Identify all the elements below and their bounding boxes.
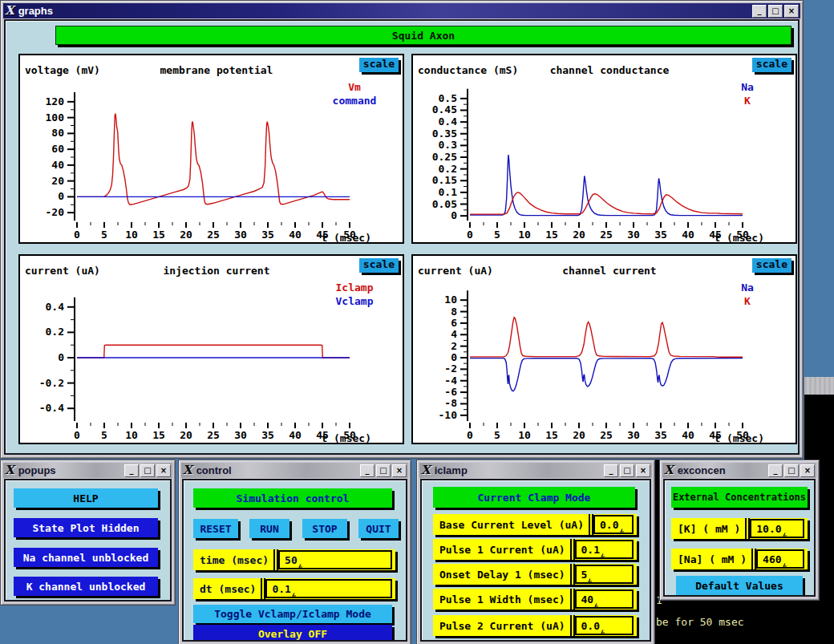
toggle-clamp-mode-button[interactable]: Toggle Vclamp/Iclamp Mode — [193, 605, 392, 623]
base-current-field[interactable]: 0.0 — [593, 515, 634, 534]
close-button[interactable]: × — [636, 464, 650, 477]
y-axis-unit-label: voltage (mV) — [25, 64, 100, 76]
svg-text:30: 30 — [234, 229, 247, 241]
svg-text:0.4: 0.4 — [46, 301, 65, 313]
window-title: exconcen — [678, 464, 768, 476]
maximize-button[interactable]: □ — [140, 464, 155, 477]
svg-text:-8: -8 — [444, 397, 457, 409]
pulse1-current-field[interactable]: 0.1 — [575, 540, 634, 559]
reset-button[interactable]: RESET — [193, 519, 238, 538]
panel-header: External Concentrations — [671, 487, 808, 508]
window-popups: X popups _ □ × HELP State Plot Hidden Na… — [0, 460, 176, 606]
cursor-caret-icon — [595, 603, 600, 606]
maximize-button[interactable]: □ — [620, 464, 634, 477]
pulse1-width-field[interactable]: 40 — [575, 589, 634, 609]
model-title-banner: Squid Axon — [55, 26, 791, 45]
field-label: Base Current Level (uA) — [433, 519, 589, 531]
pulse2-current-field[interactable]: 0.0 — [575, 616, 634, 635]
base-current-field-row: Base Current Level (uA) 0.0 — [433, 514, 637, 535]
maximize-button[interactable]: □ — [768, 5, 783, 18]
svg-text:35: 35 — [654, 229, 667, 241]
close-icon: × — [788, 7, 795, 15]
minimize-button[interactable]: _ — [752, 5, 767, 18]
minimize-icon: _ — [758, 6, 762, 14]
svg-text:-10: -10 — [439, 409, 458, 421]
svg-text:0.2: 0.2 — [46, 326, 64, 338]
svg-text:0.35: 0.35 — [432, 128, 457, 140]
svg-text:t (msec): t (msec) — [714, 232, 764, 244]
field-label: time (msec) — [193, 554, 273, 566]
svg-text:40: 40 — [51, 159, 64, 171]
cursor-caret-icon — [292, 593, 297, 596]
svg-text:60: 60 — [51, 143, 64, 155]
na-channel-button[interactable]: Na channel unblocked — [14, 548, 158, 567]
na-concentration-field[interactable]: 460 — [756, 549, 804, 569]
minimize-button[interactable]: _ — [768, 464, 783, 477]
titlebar[interactable]: X popups _ □ × — [3, 463, 172, 478]
svg-text:40: 40 — [682, 229, 694, 241]
plot-legend: Vm command — [316, 80, 393, 107]
terminal-titlebar-fragment[interactable] — [804, 377, 834, 395]
window-title: graphs — [18, 5, 752, 17]
svg-text:0: 0 — [451, 351, 457, 363]
minimize-button[interactable]: _ — [604, 464, 618, 477]
maximize-button[interactable]: □ — [784, 464, 799, 477]
close-icon: × — [160, 467, 167, 475]
titlebar[interactable]: X iclamp _ □ × — [419, 463, 652, 478]
scale-button[interactable]: scale — [752, 58, 791, 72]
legend-entry: command — [316, 94, 393, 107]
close-button[interactable]: × — [392, 464, 407, 477]
scale-button[interactable]: scale — [752, 258, 791, 273]
state-plot-button[interactable]: State Plot Hidden — [14, 518, 158, 537]
window-iclamp: X iclamp _ □ × Current Clamp Mode Base C… — [416, 460, 655, 644]
pulse1-width-field-row: Pulse 1 Width (msec) 40 — [433, 589, 637, 610]
desktop: { "icons": {"x11_logo": "X", "minimize":… — [0, 0, 834, 644]
close-button[interactable]: × — [800, 464, 815, 477]
svg-text:40: 40 — [682, 429, 694, 441]
stop-button[interactable]: STOP — [302, 519, 347, 538]
svg-text:8: 8 — [451, 306, 457, 318]
field-label: Pulse 1 Width (msec) — [433, 593, 570, 606]
close-button[interactable]: × — [784, 5, 799, 18]
maximize-button[interactable]: □ — [376, 464, 391, 477]
svg-text:0: 0 — [58, 190, 64, 202]
field-label: [K] ( mM ) — [671, 523, 745, 535]
svg-text:100: 100 — [46, 111, 65, 124]
svg-text:20: 20 — [180, 229, 192, 241]
exconcen-window-body: External Concentrations [K] ( mM ) 10.0 … — [663, 479, 816, 597]
onset-delay-field[interactable]: 5 — [575, 565, 634, 584]
default-values-button[interactable]: Default Values — [676, 576, 803, 595]
clipped-field-row — [433, 641, 637, 642]
k-concentration-field[interactable]: 10.0 — [750, 519, 804, 538]
svg-text:5: 5 — [101, 429, 107, 441]
titlebar[interactable]: X graphs _ □ × — [3, 3, 800, 18]
overlay-button[interactable]: Overlay OFF — [193, 625, 392, 642]
svg-text:0: 0 — [467, 429, 473, 441]
svg-text:-4: -4 — [444, 375, 457, 387]
svg-text:-2: -2 — [444, 363, 457, 375]
minimize-icon: _ — [366, 466, 370, 474]
k-channel-button[interactable]: K channel unblocked — [14, 577, 158, 596]
minimize-button[interactable]: _ — [360, 464, 374, 477]
close-button[interactable]: × — [156, 464, 171, 477]
titlebar[interactable]: X exconcen _ □ × — [662, 463, 816, 478]
pulse1-current-field-row: Pulse 1 Current (uA) 0.1 — [433, 539, 637, 560]
minimize-button[interactable]: _ — [124, 464, 139, 477]
help-button[interactable]: HELP — [14, 488, 158, 508]
svg-text:20: 20 — [51, 175, 64, 187]
titlebar[interactable]: X control _ □ × — [181, 463, 408, 478]
scale-button[interactable]: scale — [359, 258, 399, 273]
svg-text:35: 35 — [654, 429, 667, 441]
run-button[interactable]: RUN — [249, 519, 289, 538]
svg-text:5: 5 — [494, 429, 500, 441]
plot-injection-current: 0.40.20-0.2-0.405101520253035404550t (ms… — [18, 254, 404, 444]
dt-field[interactable]: 0.1 — [265, 579, 392, 598]
svg-text:10: 10 — [125, 229, 138, 241]
cursor-caret-icon — [298, 564, 303, 567]
scale-button[interactable]: scale — [359, 58, 399, 72]
y-axis-unit-label: current (uA) — [418, 265, 493, 277]
quit-button[interactable]: QUIT — [358, 519, 399, 538]
maximize-icon: □ — [379, 467, 387, 475]
time-field[interactable]: 50 — [278, 550, 392, 569]
legend-entry: Na — [709, 281, 786, 294]
